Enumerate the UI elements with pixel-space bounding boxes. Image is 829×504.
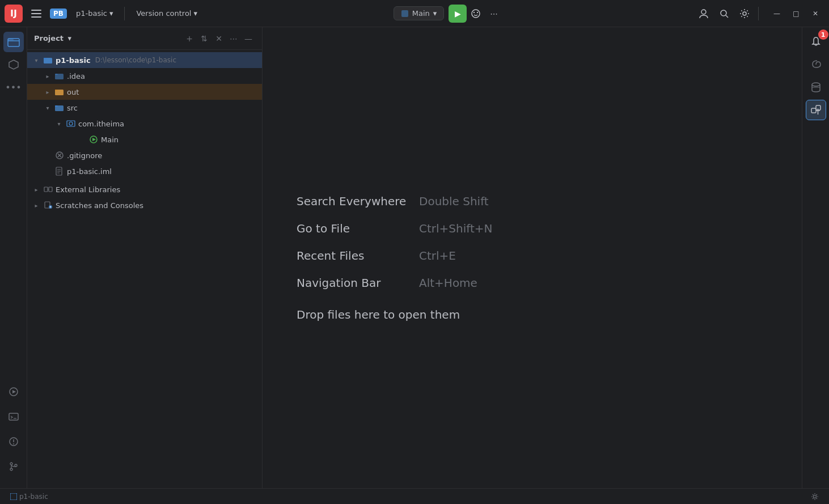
- ham-line-3: [31, 16, 41, 18]
- svg-rect-38: [49, 187, 52, 192]
- svg-marker-12: [12, 390, 16, 393]
- tree-item-idea[interactable]: ▸ .idea: [27, 68, 262, 84]
- com-arrow: ▾: [54, 119, 64, 128]
- status-project[interactable]: p1-basic: [7, 493, 52, 501]
- hint-row-3: Navigation Bar Alt+Home: [297, 276, 493, 290]
- hint-shortcut-1: Ctrl+Shift+N: [419, 222, 493, 235]
- idea-arrow: ▸: [43, 71, 52, 81]
- tree-root-item[interactable]: ▾ p1-basic D:\lesson\code\p1-basic: [27, 52, 262, 68]
- sidebar-minimize-button[interactable]: —: [242, 32, 255, 45]
- svg-point-44: [812, 83, 820, 86]
- out-folder-icon: [54, 87, 65, 97]
- notifications-wrapper: 1: [806, 32, 826, 54]
- more-actions-icon: ⋯: [490, 9, 498, 18]
- run-config-icon: [401, 10, 409, 18]
- project-name-button[interactable]: p1-basic ▾: [71, 7, 118, 20]
- project-dropdown-arrow: ▾: [109, 9, 113, 18]
- tree-item-com-itheima[interactable]: ▾ com.itheima: [27, 116, 262, 132]
- titlebar-divider-2: [758, 7, 759, 20]
- status-project-icon: [10, 493, 17, 500]
- right-panel: 1: [802, 27, 829, 488]
- activity-item-more[interactable]: •••: [3, 77, 24, 98]
- problems-icon: [9, 437, 19, 447]
- activity-item-plugins[interactable]: [3, 54, 24, 75]
- statusbar: p1-basic: [0, 488, 829, 504]
- activity-item-run[interactable]: [3, 382, 24, 402]
- drop-hint-text: Drop files here to open them: [297, 308, 460, 321]
- hint-label-3: Navigation Bar: [297, 276, 410, 290]
- hint-shortcut-0: Double Shift: [419, 194, 489, 208]
- hint-label-2: Recent Files: [297, 249, 410, 262]
- notifications-badge: 1: [818, 29, 828, 40]
- activity-item-project[interactable]: [3, 32, 24, 52]
- minimize-button[interactable]: —: [768, 5, 786, 23]
- svg-point-51: [814, 495, 817, 498]
- tree-item-scratches[interactable]: ▸ Scratches and Consoles: [27, 197, 262, 213]
- hint-label-0: Search Everywhere: [297, 194, 410, 208]
- run-button[interactable]: ▶: [449, 5, 467, 23]
- close-sidebar-button[interactable]: ✕: [212, 32, 226, 45]
- src-folder-icon: [54, 103, 65, 113]
- svg-rect-46: [811, 108, 816, 113]
- activity-item-git[interactable]: [3, 456, 24, 477]
- status-settings-button[interactable]: [807, 493, 822, 501]
- hamburger-menu-button[interactable]: [27, 5, 45, 23]
- more-icon: •••: [5, 82, 21, 93]
- idea-folder-icon: [54, 71, 65, 81]
- sidebar-header: Project ▾ + ⇅ ✕ ⋯ —: [27, 27, 262, 50]
- svg-point-19: [10, 468, 12, 471]
- hint-shortcut-2: Ctrl+E: [419, 249, 456, 262]
- svg-rect-13: [9, 413, 18, 420]
- gitignore-label: .gitignore: [67, 151, 102, 160]
- sidebar-title: Project ▾: [34, 34, 178, 43]
- root-folder-path: D:\lesson\code\p1-basic: [95, 56, 176, 64]
- database-button[interactable]: [806, 77, 826, 98]
- titlebar-center: Main ▾ ▶ ⋯: [202, 5, 695, 23]
- terminal-icon: [9, 412, 19, 422]
- sidebar-title-arrow[interactable]: ▾: [68, 34, 72, 43]
- run-config-label: Main: [412, 9, 430, 18]
- sidebar-more-button[interactable]: ⋯: [227, 32, 240, 45]
- debug-button[interactable]: [467, 5, 485, 23]
- ham-line-2: [31, 13, 41, 14]
- scratches-label: Scratches and Consoles: [56, 201, 143, 210]
- out-label: out: [67, 88, 79, 96]
- close-button[interactable]: ✕: [806, 5, 824, 23]
- spiral-button[interactable]: [806, 54, 826, 75]
- activity-item-problems[interactable]: [3, 431, 24, 452]
- hint-row-0: Search Everywhere Double Shift: [297, 194, 493, 208]
- user-icon-button[interactable]: [695, 5, 713, 23]
- hint-row-drop: Drop files here to open them: [297, 308, 493, 321]
- svg-point-7: [743, 12, 746, 15]
- status-project-label: p1-basic: [19, 493, 48, 501]
- tree-item-iml[interactable]: p1-basic.iml: [27, 163, 262, 179]
- svg-point-4: [701, 10, 706, 14]
- activity-bar: •••: [0, 27, 27, 488]
- svg-rect-0: [401, 10, 408, 17]
- main-label: Main: [101, 135, 119, 144]
- svg-point-2: [473, 11, 475, 12]
- tree-item-src[interactable]: ▾ src: [27, 100, 262, 116]
- version-control-button[interactable]: Version control ▾: [132, 7, 202, 20]
- tree-item-main[interactable]: Main: [27, 132, 262, 147]
- plugin-button[interactable]: [806, 100, 826, 120]
- add-file-button[interactable]: +: [183, 32, 196, 45]
- activity-item-terminal[interactable]: [3, 406, 24, 427]
- maximize-button[interactable]: □: [787, 5, 805, 23]
- iml-icon: [54, 166, 65, 176]
- svg-line-6: [726, 15, 728, 18]
- search-icon-button[interactable]: [715, 5, 733, 23]
- tree-item-out[interactable]: ▸ out: [27, 84, 262, 100]
- database-icon: [810, 82, 822, 93]
- more-actions-button[interactable]: ⋯: [485, 5, 503, 23]
- tree-item-external-libraries[interactable]: ▸ External Libraries: [27, 181, 262, 197]
- expand-collapse-button[interactable]: ⇅: [197, 32, 211, 45]
- tree-item-gitignore[interactable]: .gitignore: [27, 147, 262, 163]
- run-config-button[interactable]: Main ▾: [394, 6, 445, 20]
- debug-icon: [471, 9, 481, 19]
- ext-lib-arrow: ▸: [32, 185, 41, 194]
- scratches-icon: [43, 200, 53, 210]
- settings-icon-button[interactable]: [735, 5, 754, 23]
- git-icon: [9, 461, 19, 472]
- root-folder-name: p1-basic: [56, 56, 91, 65]
